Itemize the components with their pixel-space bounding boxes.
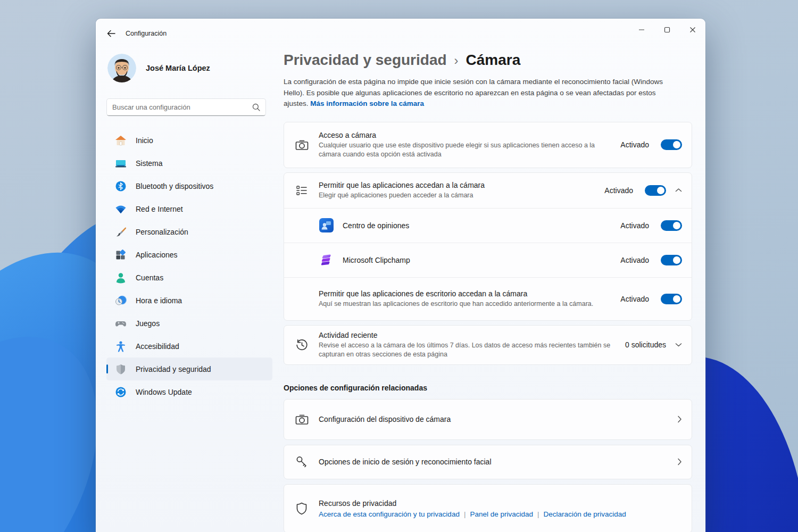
toggle-status-label: Activado: [620, 221, 649, 230]
search-box[interactable]: [106, 98, 266, 116]
main-content: Privacidad y seguridad › Cámara La confi…: [284, 19, 692, 532]
signin-options-card: Opciones de inicio de sesión y reconocim…: [284, 445, 692, 479]
network-wifi-icon: [114, 203, 127, 215]
privacy-resources-card: Recursos de privacidad Acerca de esta co…: [284, 484, 692, 532]
clipchamp-toggle[interactable]: [661, 255, 682, 265]
app-name: Microsoft Clipchamp: [343, 256, 614, 264]
sidebar-item-hora[interactable]: Hora e idioma: [106, 289, 272, 312]
sidebar-item-personalizacion[interactable]: Personalización: [106, 220, 272, 243]
camera-icon: [294, 412, 310, 427]
sidebar-item-aplicaciones[interactable]: Aplicaciones: [106, 243, 272, 266]
breadcrumb-separator-icon: ›: [454, 53, 459, 68]
system-icon: [114, 157, 127, 170]
sidebar-item-windows-update[interactable]: Windows Update: [106, 380, 272, 403]
sidebar-item-red[interactable]: Red e Internet: [106, 197, 272, 220]
about-privacy-link[interactable]: Acerca de esta configuración y tu privac…: [319, 510, 460, 518]
desktop-apps-access-row[interactable]: Permitir que las aplicaciones de escrito…: [284, 278, 692, 320]
sidebar-item-accesibilidad[interactable]: Accesibilidad: [106, 335, 272, 358]
app-row-feedback-hub[interactable]: Centro de opiniones Activado: [284, 209, 692, 243]
search-icon: [252, 103, 260, 111]
user-name: José María López: [146, 64, 210, 72]
expand-chevron-down-icon[interactable]: [675, 343, 682, 347]
link-separator: |: [464, 510, 466, 518]
navigate-chevron-right-icon: [677, 458, 682, 466]
user-profile[interactable]: José María López: [106, 51, 272, 87]
privacy-statement-link[interactable]: Declaración de privacidad: [544, 510, 626, 518]
toggle-status-label: Activado: [620, 140, 649, 149]
setting-title: Permitir que las aplicaciones accedan a …: [319, 181, 598, 189]
sidebar: José María López: [106, 51, 272, 403]
personalization-brush-icon: [114, 226, 127, 238]
signin-options-row[interactable]: Opciones de inicio de sesión y reconocim…: [284, 445, 692, 479]
camera-access-card: Acceso a cámara Cualquier usuario que us…: [284, 122, 692, 168]
apps-access-row[interactable]: Permitir que las aplicaciones accedan a …: [284, 173, 692, 208]
privacy-resources-title: Recursos de privacidad: [319, 499, 676, 508]
page-description: La configuración de esta página no impid…: [284, 77, 677, 110]
toggle-status-label: Activado: [620, 256, 649, 264]
privacy-resources-row: Recursos de privacidad Acerca de esta co…: [284, 485, 692, 532]
privacy-dashboard-link[interactable]: Panel de privacidad: [470, 510, 533, 518]
sidebar-item-label: Sistema: [136, 159, 163, 168]
apps-access-card: Permitir que las aplicaciones accedan a …: [284, 172, 692, 321]
toggle-knob: [673, 256, 680, 264]
setting-title: Acceso a cámara: [319, 131, 614, 139]
learn-more-link[interactable]: Más información sobre la cámara: [310, 99, 424, 107]
accessibility-icon: [114, 340, 127, 353]
key-icon: [294, 455, 310, 469]
camera-access-row[interactable]: Acceso a cámara Cualquier usuario que us…: [284, 122, 692, 168]
clipchamp-app-icon: [319, 253, 334, 267]
toggle-status-label: Activado: [604, 186, 633, 195]
app-row-clipchamp[interactable]: Microsoft Clipchamp Activado: [284, 243, 692, 277]
sidebar-item-label: Privacidad y seguridad: [136, 365, 211, 373]
toggle-knob: [673, 222, 680, 229]
gaming-icon: [114, 317, 127, 330]
search-input[interactable]: [112, 103, 252, 111]
sidebar-item-inicio[interactable]: Inicio: [106, 129, 272, 152]
window-title: Configuración: [126, 30, 167, 37]
sidebar-item-privacidad[interactable]: Privacidad y seguridad: [106, 358, 272, 380]
sidebar-item-label: Red e Internet: [136, 205, 183, 213]
shield-outline-icon: [294, 502, 310, 516]
apps-access-toggle[interactable]: [645, 185, 666, 196]
sidebar-item-sistema[interactable]: Sistema: [106, 152, 272, 174]
sidebar-item-juegos[interactable]: Juegos: [106, 312, 272, 335]
sidebar-item-label: Inicio: [136, 136, 153, 145]
breadcrumb-parent[interactable]: Privacidad y seguridad: [284, 52, 447, 69]
setting-title: Actividad reciente: [319, 331, 619, 339]
navigate-chevron-right-icon: [677, 415, 682, 423]
link-separator: |: [537, 510, 539, 518]
sidebar-nav: Inicio Sistema: [106, 129, 272, 403]
back-button[interactable]: [102, 26, 120, 41]
sidebar-item-label: Cuentas: [136, 273, 163, 282]
sidebar-item-label: Bluetooth y dispositivos: [136, 182, 213, 190]
setting-description: Revise el acceso a la cámara de los últi…: [319, 341, 619, 359]
settings-window: Configuración: [96, 19, 705, 532]
accounts-icon: [114, 271, 127, 284]
setting-description: Aquí se muestran las aplicaciones de esc…: [319, 300, 595, 309]
related-settings-heading: Opciones de configuración relacionadas: [284, 384, 692, 392]
collapse-chevron-up-icon[interactable]: [675, 188, 682, 193]
feedback-hub-app-icon: [319, 218, 334, 232]
desktop-apps-toggle[interactable]: [661, 294, 682, 304]
privacy-links: Acerca de esta configuración y tu privac…: [319, 510, 676, 518]
apps-icon: [114, 248, 127, 261]
app-name: Centro de opiniones: [343, 221, 614, 230]
sidebar-item-cuentas[interactable]: Cuentas: [106, 266, 272, 289]
recent-activity-row[interactable]: Actividad reciente Revise el acceso a la…: [284, 326, 692, 364]
toggle-status-label: Activado: [620, 295, 649, 303]
time-language-icon: [114, 294, 127, 307]
sidebar-item-label: Juegos: [136, 319, 160, 328]
windows-update-icon: [114, 386, 127, 398]
sidebar-item-label: Windows Update: [136, 388, 192, 396]
camera-access-toggle[interactable]: [661, 139, 682, 150]
camera-device-settings-row[interactable]: Configuración del dispositivo de cámara: [284, 400, 692, 439]
sidebar-item-bluetooth[interactable]: Bluetooth y dispositivos: [106, 174, 272, 197]
desktop: Configuración: [0, 0, 798, 532]
setting-description: Cualquier usuario que use este dispositi…: [319, 141, 614, 159]
feedback-hub-toggle[interactable]: [661, 220, 682, 231]
avatar: [107, 54, 136, 82]
history-icon: [294, 338, 310, 352]
camera-device-settings-card: Configuración del dispositivo de cámara: [284, 399, 692, 440]
camera-icon: [294, 138, 310, 152]
setting-description: Elegir qué aplicaciones pueden acceder a…: [319, 191, 598, 200]
